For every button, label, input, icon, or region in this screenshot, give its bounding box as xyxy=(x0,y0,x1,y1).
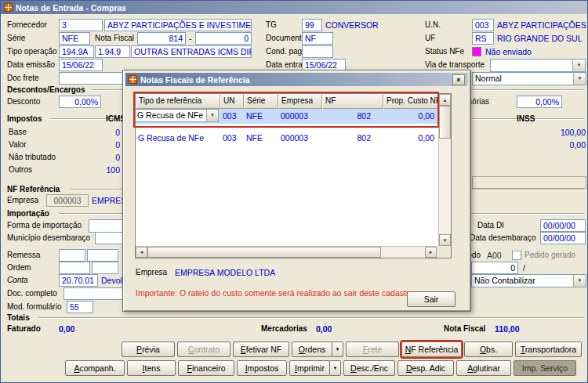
desconto-field[interactable]: 0,00% xyxy=(59,96,101,108)
button-imp-servico[interactable]: Imp. Serviço xyxy=(514,360,576,376)
chevron-down-icon[interactable]: ▼ xyxy=(206,110,218,121)
icms-outros-value: 100 xyxy=(79,164,120,176)
cond-pag-field[interactable] xyxy=(302,45,333,58)
nf-cell: 802 xyxy=(322,109,383,124)
tipo-op-desc-field[interactable]: OUTRAS ENTRADAS ICMS DIF/IPI SU xyxy=(131,45,252,58)
button-itens[interactable]: Itens xyxy=(127,360,176,376)
button-frete[interactable]: Frete xyxy=(346,341,399,357)
inss-base-value: 100,00 xyxy=(503,126,586,139)
column-header-prop-custo-nf-ref[interactable]: Prop. Custo NF Ref. xyxy=(383,94,438,109)
conta-field[interactable]: 20.70.01 xyxy=(59,274,98,287)
chevron-down-icon[interactable]: ▼ xyxy=(573,275,586,287)
pedido-gerado-label: Pedido gerado xyxy=(524,249,575,262)
scrollbar-thumb[interactable] xyxy=(439,106,451,139)
column-header-un[interactable]: UN xyxy=(220,94,244,109)
vertical-scrollbar[interactable]: ▲ ▼ xyxy=(438,94,451,246)
column-header-nf[interactable]: NF xyxy=(322,94,383,109)
button-imprimir-dropdown[interactable]: ▼ xyxy=(329,360,341,376)
dialog-titlebar[interactable]: Notas Fiscais de Referência × xyxy=(125,73,468,86)
scroll-down-icon[interactable]: ▼ xyxy=(439,234,451,246)
scrollbar-thumb[interactable] xyxy=(147,247,381,258)
serie-cell: NFE xyxy=(244,109,278,124)
desp-acessorias-field[interactable]: 0,00% xyxy=(517,96,562,108)
status-nfe-color-swatch xyxy=(472,47,481,56)
button-desc-enc[interactable]: Desc./Enc xyxy=(343,360,395,376)
doc-frete-tipo-select[interactable]: Normal▼ xyxy=(472,72,586,85)
data-desembaraco-field[interactable]: 00/00/00 xyxy=(540,232,586,244)
dialog-title: Notas Fiscais de Referência xyxy=(140,75,249,85)
nf-cell: 802 xyxy=(322,131,383,146)
button-efetivar-nf[interactable]: Efetivar NF xyxy=(233,341,289,357)
tg-label: TG xyxy=(266,19,277,31)
button-imprimir[interactable]: Imprimir xyxy=(289,360,330,376)
data-di-field[interactable]: 00/00/00 xyxy=(540,219,586,232)
tipo-operacao-label: Tipo operação xyxy=(7,45,57,58)
column-header-empresa[interactable]: Empresa xyxy=(278,94,322,109)
uf-label: UF xyxy=(425,32,435,45)
scroll-up-icon[interactable]: ▲ xyxy=(439,94,451,106)
data-di-label: Data DI xyxy=(477,219,504,232)
nf-sub-field[interactable]: 0 xyxy=(195,32,252,45)
horizontal-scrollbar[interactable]: ◄ ► xyxy=(136,246,437,258)
button-ordens[interactable]: Ordens xyxy=(292,341,332,357)
contabilizar-select[interactable]: Não Contabilizar▼ xyxy=(471,274,586,287)
icms-nao-tributado-value: 0 xyxy=(79,151,120,164)
button-desp-adic[interactable]: Desp. Adic xyxy=(397,360,454,376)
scroll-right-icon[interactable]: ► xyxy=(425,247,437,258)
button-contrato[interactable]: Contrato xyxy=(177,341,230,357)
serie-field[interactable]: NFE xyxy=(59,32,90,45)
chevron-down-icon[interactable]: ▼ xyxy=(572,60,585,71)
remessa-field-2[interactable] xyxy=(87,249,118,262)
scroll-left-icon[interactable]: ◄ xyxy=(136,247,147,258)
button-aglutinar[interactable]: Aglutinar xyxy=(456,360,511,376)
table-row[interactable]: G Recusa de NFe003NFE0000038020,00 xyxy=(136,131,438,146)
un-cell: 003 xyxy=(220,131,244,146)
tipo-op-code1-field[interactable]: 194.9A xyxy=(59,45,94,58)
nota-fiscal-total-value: 110,00 xyxy=(495,323,520,335)
table-row[interactable]: G Recusa de NFe▼003NFE0000038020,00 xyxy=(136,109,438,124)
tg-field[interactable]: 99 xyxy=(302,19,322,31)
fornecedor-code-field[interactable]: 3 xyxy=(59,19,103,31)
remessa-field-1[interactable] xyxy=(59,249,85,262)
pedido-gerado-checkbox[interactable] xyxy=(512,251,521,260)
un-name-text: ABYZ PARTICIPAÇÕES E INVESTIMENTOS LTDA xyxy=(497,19,586,31)
button-previa[interactable]: Prévia xyxy=(122,341,175,357)
periodo-value: A00 xyxy=(487,249,502,262)
main-window: Notas de Entrada - Compras Fornecedor 3 … xyxy=(0,0,588,383)
sair-button[interactable]: Sair xyxy=(407,291,456,307)
data-emissao-field[interactable]: 15/06/22 xyxy=(59,59,103,71)
chevron-down-icon[interactable]: ▼ xyxy=(573,73,586,85)
button-nf-referencia[interactable]: NF Referência xyxy=(401,341,462,357)
mod-formulario-field[interactable]: 55 xyxy=(67,301,93,313)
nf-numero-field[interactable]: 814 xyxy=(137,32,186,45)
empresa-code-field: 000003 xyxy=(46,194,89,207)
column-header-serie[interactable]: Série xyxy=(244,94,278,109)
tipo-op-code2-field[interactable]: 1.94.9 xyxy=(95,45,130,58)
button-impostos[interactable]: Impostos xyxy=(237,360,287,376)
ref-type-combobox[interactable]: G Recusa de NFe▼ xyxy=(136,109,219,122)
button-financeiro[interactable]: Financeiro xyxy=(178,360,234,376)
button-transportadora[interactable]: Transportadora xyxy=(515,341,582,357)
outros-label: Outros xyxy=(9,164,32,176)
window-titlebar[interactable]: Notas de Entrada - Compras xyxy=(1,1,587,14)
close-icon[interactable]: × xyxy=(452,74,465,85)
ordem-label: Ordem xyxy=(7,262,31,274)
fornecedor-name-field[interactable]: ABYZ PARTICIPAÇÕES E INVESTIMENTOS LTDA xyxy=(104,19,252,31)
button-obs[interactable]: Obs. xyxy=(464,341,513,357)
button-acompanh[interactable]: Acompanh. xyxy=(65,360,125,376)
ordem-field-1[interactable] xyxy=(59,262,90,274)
via-transporte-select[interactable]: ▼ xyxy=(490,59,586,72)
documento-field[interactable]: NF xyxy=(302,32,333,45)
pedido-num-field[interactable]: 0 xyxy=(471,262,518,274)
window-title: Notas de Entrada - Compras xyxy=(16,3,126,13)
un-field[interactable]: 003 xyxy=(472,19,494,31)
section-divider xyxy=(38,317,584,319)
button-ordens-dropdown[interactable]: ▼ xyxy=(332,341,343,357)
uf-field[interactable]: RS xyxy=(472,32,494,45)
un-label: U.N. xyxy=(425,19,441,31)
ordem-field-2[interactable] xyxy=(92,262,118,274)
column-header-tipo-de-referencia[interactable]: Tipo de referência xyxy=(136,94,220,109)
doc-completo-label: Doc. completo xyxy=(7,287,57,300)
faturado-value: 0,00 xyxy=(59,323,74,335)
icms-valor-value: 0 xyxy=(79,139,120,151)
